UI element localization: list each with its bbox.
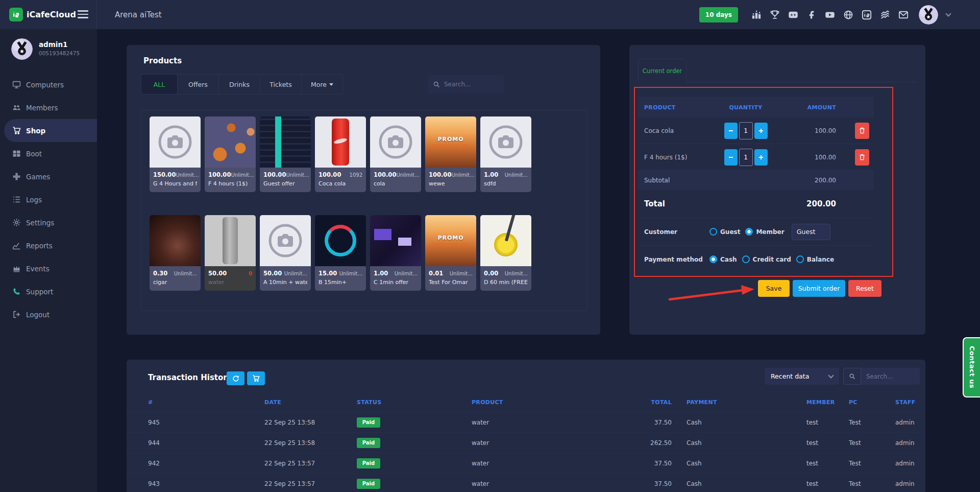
transaction-search-input[interactable] bbox=[861, 368, 920, 385]
sidebar-item-label: Boot bbox=[26, 150, 42, 158]
product-stock: Unlimit... bbox=[231, 172, 254, 178]
product-card[interactable]: 50.00Unlimit...A 10min + water bbox=[260, 215, 311, 291]
sidebar-user[interactable]: admin1 005193482475 bbox=[0, 29, 97, 60]
transaction-history-title: Transaction History bbox=[148, 373, 232, 382]
quantity-minus-button[interactable] bbox=[724, 123, 738, 139]
sidebar-item-logs[interactable]: Logs bbox=[0, 188, 97, 211]
tab-tickets[interactable]: Tickets bbox=[260, 74, 302, 95]
radio-balance[interactable] bbox=[796, 255, 804, 263]
date-filter-value: Recent data bbox=[771, 372, 809, 380]
tx-pc: Test bbox=[849, 439, 895, 447]
tx-staff: admin bbox=[895, 419, 925, 426]
product-price: 100.00 bbox=[318, 171, 341, 178]
youtube-icon[interactable] bbox=[825, 10, 835, 20]
reset-button[interactable]: Reset bbox=[848, 280, 881, 297]
refresh-button[interactable] bbox=[227, 371, 244, 385]
tab-all[interactable]: ALL bbox=[141, 74, 178, 95]
sidebar-item-games[interactable]: Games bbox=[0, 165, 97, 188]
hamburger-menu-icon[interactable] bbox=[78, 10, 88, 20]
mail-icon[interactable] bbox=[898, 10, 909, 20]
tx-payment: Cash bbox=[672, 419, 806, 426]
date-filter-select[interactable]: Recent data bbox=[765, 368, 839, 385]
product-card[interactable]: 15.00Unlimit...B 15min+ bbox=[315, 215, 366, 291]
products-search-input[interactable] bbox=[444, 81, 495, 88]
sidebar-item-members[interactable]: Members bbox=[0, 96, 97, 119]
sidebar-item-boot[interactable]: Boot bbox=[0, 142, 97, 165]
page-title: Arena aiTest bbox=[115, 10, 162, 19]
product-card[interactable]: PROMO AFTERSHIP VIP 0.01Unlimit...Test F… bbox=[425, 215, 476, 291]
ranking-icon[interactable] bbox=[751, 10, 762, 20]
tx-product: water bbox=[472, 419, 594, 426]
contact-us-tab[interactable]: Contact us bbox=[963, 337, 980, 397]
quantity-plus-button[interactable] bbox=[754, 149, 768, 166]
radio-guest[interactable] bbox=[709, 228, 717, 236]
table-row[interactable]: 944 22 Sep 25 13:58 Paid water 262.50 Ca… bbox=[127, 432, 925, 453]
quantity-minus-button[interactable] bbox=[724, 149, 738, 166]
avatar[interactable] bbox=[919, 5, 938, 25]
radio-member[interactable] bbox=[745, 228, 753, 236]
discord-icon[interactable] bbox=[788, 10, 798, 20]
quantity-input[interactable] bbox=[739, 149, 753, 166]
product-stock: Unlimit... bbox=[339, 271, 362, 276]
tab-offers[interactable]: Offers bbox=[178, 74, 219, 95]
quantity-input[interactable] bbox=[739, 122, 753, 139]
icafecloud-icon[interactable] bbox=[862, 10, 872, 20]
sidebar-item-logout[interactable]: Logout bbox=[0, 303, 97, 326]
product-card[interactable]: 100.00Unlimit...F 4 hours (1$) bbox=[205, 116, 256, 192]
table-row[interactable]: 942 22 Sep 25 13:57 Paid water 37.50 Cas… bbox=[127, 453, 925, 473]
product-name: B 15min+ bbox=[318, 279, 362, 286]
save-button[interactable]: Save bbox=[758, 280, 790, 297]
radio-credit-card[interactable] bbox=[742, 255, 750, 263]
sidebar-item-shop[interactable]: Shop bbox=[4, 119, 97, 142]
radio-cash[interactable] bbox=[709, 255, 717, 263]
globe-icon[interactable] bbox=[843, 10, 853, 20]
product-card[interactable]: 150.00Unlimit...G 4 Hours and f... bbox=[150, 116, 201, 192]
days-badge-button[interactable]: 10 days bbox=[699, 7, 738, 22]
product-card[interactable]: 1.00Unlimit...sdfd bbox=[480, 116, 531, 192]
product-card[interactable]: 100.001092Coca cola bbox=[315, 116, 366, 192]
cart-button[interactable] bbox=[247, 371, 265, 385]
subtotal-value: 200.00 bbox=[789, 177, 850, 184]
tab-current-order[interactable]: Current order bbox=[638, 59, 687, 82]
product-card[interactable]: PROMO AFTERSHIP VIP 100.00Unlimit...wewe bbox=[425, 116, 476, 192]
radio-balance-label: Balance bbox=[807, 256, 834, 263]
product-stock: Unlimit... bbox=[395, 271, 418, 276]
transaction-toolbar bbox=[227, 371, 265, 385]
tx-product: water bbox=[472, 460, 594, 467]
tab-drinks[interactable]: Drinks bbox=[219, 74, 260, 95]
table-row[interactable]: 943 22 Sep 25 13:57 Paid water 37.50 Cas… bbox=[127, 473, 925, 492]
layers-icon[interactable] bbox=[880, 10, 890, 20]
product-card-out-of-stock[interactable]: 50.000water bbox=[205, 215, 256, 291]
product-card[interactable]: 0.00Unlimit...D 60 min (FREE) bbox=[480, 215, 531, 291]
sidebar-item-settings[interactable]: Settings bbox=[0, 211, 97, 234]
sidebar-item-reports[interactable]: Reports bbox=[0, 234, 97, 257]
tab-more[interactable]: More bbox=[302, 74, 343, 95]
sidebar-item-events[interactable]: Events bbox=[0, 257, 97, 280]
facebook-icon[interactable] bbox=[806, 10, 817, 20]
chevron-down-icon[interactable] bbox=[945, 11, 951, 16]
sidebar: admin1 005193482475 Computers Members Sh… bbox=[0, 29, 97, 492]
tx-total: 37.50 bbox=[594, 480, 672, 487]
product-stock: Unlimit... bbox=[174, 271, 197, 276]
quantity-plus-button[interactable] bbox=[754, 123, 768, 139]
product-price: 100.00 bbox=[263, 171, 286, 178]
camera-placeholder-icon bbox=[480, 116, 531, 168]
product-stock: Unlimit... bbox=[451, 172, 474, 178]
delete-item-button[interactable] bbox=[855, 149, 869, 166]
delete-item-button[interactable] bbox=[855, 123, 869, 139]
sidebar-item-computers[interactable]: Computers bbox=[0, 73, 97, 96]
product-stock: 0 bbox=[249, 271, 252, 276]
trophy-icon[interactable] bbox=[770, 10, 780, 20]
customer-name-input[interactable] bbox=[792, 224, 830, 240]
products-search[interactable] bbox=[428, 75, 504, 93]
windows-icon bbox=[12, 149, 21, 158]
user-avatar bbox=[11, 38, 33, 60]
sidebar-item-support[interactable]: Support bbox=[0, 280, 97, 303]
product-card[interactable]: 0.30Unlimit...cigar bbox=[150, 215, 201, 291]
product-card[interactable]: 1.00Unlimit...C 1min offer bbox=[370, 215, 421, 291]
table-row[interactable]: 945 22 Sep 25 13:58 Paid water 37.50 Cas… bbox=[127, 412, 925, 432]
product-card[interactable]: 100.00Unlimit...cola bbox=[370, 116, 421, 192]
submit-order-button[interactable]: Submit order bbox=[793, 280, 845, 297]
product-card[interactable]: 100.00Unlimit...Guest offer bbox=[260, 116, 311, 192]
transaction-table: # DATE STATUS PRODUCT TOTAL PAYMENT MEMB… bbox=[127, 392, 925, 492]
